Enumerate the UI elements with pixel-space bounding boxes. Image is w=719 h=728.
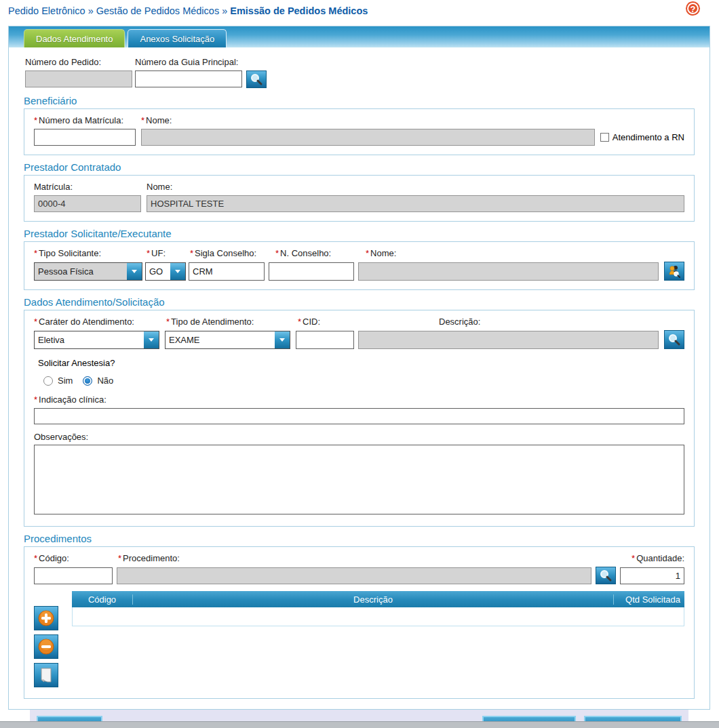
- pc-matricula-label: Matrícula:: [34, 182, 147, 192]
- col-qtd: Qtd Solicitada: [614, 594, 684, 605]
- quantidade-label: Quantidade:: [636, 553, 684, 563]
- chevron-down-icon: [127, 263, 142, 280]
- atendimento-rn-label: Atendimento a RN: [613, 132, 684, 142]
- section-title-prestador-contratado: Prestador Contratado: [24, 161, 695, 173]
- chevron-down-icon: [144, 331, 159, 348]
- add-procedimento-button[interactable]: [34, 606, 58, 630]
- guia-search-button[interactable]: [246, 70, 267, 88]
- pc-nome-input: [147, 195, 684, 212]
- chevron-down-icon: [275, 331, 290, 348]
- codigo-input[interactable]: [34, 567, 113, 584]
- prestador-contratado-fieldset: Matrícula: Nome:: [24, 175, 695, 222]
- beneficiario-nome-input: [141, 129, 595, 146]
- indicacao-clinica-input[interactable]: [34, 408, 684, 424]
- provider-search-button[interactable]: [664, 262, 684, 281]
- sigla-conselho-input[interactable]: [189, 262, 265, 281]
- table-row-empty[interactable]: [72, 607, 684, 626]
- chevron-down-icon: [170, 263, 185, 280]
- breadcrumb: Pedido Eletrônico » Gestão de Pedidos Mé…: [8, 5, 368, 16]
- blank-document-icon: [38, 667, 54, 683]
- tab-dados-atendimento[interactable]: Dados Atendimento: [24, 29, 125, 47]
- anestesia-nao-radio[interactable]: [83, 376, 92, 386]
- main-panel: Dados Atendimento Anexos Solicitação Núm…: [8, 26, 710, 710]
- procedimentos-fieldset: *Código: *Procedimento: *Quantidade:: [24, 546, 695, 699]
- procedimentos-table-header: Código Descrição Qtd Solicitada: [72, 591, 684, 607]
- descricao-input: [358, 331, 659, 349]
- anestesia-sim-radio[interactable]: [43, 376, 53, 386]
- codigo-label: Código:: [39, 553, 69, 563]
- sigla-conselho-label: Sigla Conselho:: [195, 248, 256, 258]
- pc-nome-label: Nome:: [147, 182, 172, 192]
- section-title-beneficiario: Beneficiário: [24, 95, 695, 106]
- people-search-icon: [667, 264, 681, 278]
- uf-label: UF:: [151, 248, 166, 258]
- numero-pedido-input: [25, 70, 132, 87]
- anestesia-nao-label: Não: [97, 376, 113, 386]
- search-icon: [599, 569, 613, 582]
- procedimentos-table: Código Descrição Qtd Solicitada: [72, 591, 684, 687]
- tab-bar: Dados Atendimento Anexos Solicitação: [9, 26, 710, 47]
- tipo-solicitante-select[interactable]: Pessoa Física: [34, 262, 142, 281]
- indicacao-label: Indicação clínica:: [39, 395, 106, 405]
- cid-search-button[interactable]: [664, 330, 684, 349]
- n-conselho-input[interactable]: [269, 262, 354, 281]
- uf-select[interactable]: GO: [145, 262, 186, 281]
- numero-pedido-label: Número do Pedido:: [25, 57, 101, 67]
- search-icon: [250, 73, 263, 86]
- procedimento-label: Procedimento:: [123, 553, 180, 563]
- beneficiario-fieldset: *Número da Matrícula: *Nome: Atendimento…: [24, 108, 695, 155]
- plus-circle-icon: [37, 609, 55, 627]
- observacoes-label: Observações:: [34, 432, 88, 442]
- n-conselho-label: N. Conselho:: [280, 248, 331, 258]
- section-title-prestador-solicitante: Prestador Solicitante/Executante: [24, 228, 695, 239]
- quantidade-input[interactable]: [620, 567, 684, 584]
- col-descricao: Descrição: [133, 594, 614, 605]
- col-codigo: Código: [72, 594, 133, 605]
- tipo-atendimento-select[interactable]: EXAME: [165, 331, 290, 349]
- cid-label: CID:: [303, 317, 320, 327]
- tab-anexos-solicitacao[interactable]: Anexos Solicitação: [128, 29, 227, 47]
- remove-procedimento-button[interactable]: [34, 634, 58, 659]
- page-title: Emissão de Pedidos Médicos: [230, 5, 368, 16]
- observacoes-textarea[interactable]: [34, 445, 684, 514]
- search-icon: [667, 333, 681, 346]
- minus-circle-icon: [37, 638, 55, 655]
- ps-nome-label: Nome:: [370, 248, 396, 258]
- section-title-dados-atendimento: Dados Atendimento/Solicitação: [24, 296, 695, 308]
- atendimento-rn-checkbox[interactable]: [600, 133, 609, 142]
- page-footer-divider: [0, 721, 719, 728]
- help-icon[interactable]: ?: [687, 3, 699, 14]
- numero-guia-label: Número da Guia Principal:: [135, 57, 238, 67]
- carater-atendimento-select[interactable]: Eletiva: [34, 331, 159, 349]
- anestesia-sim-label: Sim: [58, 376, 73, 386]
- matricula-input[interactable]: [34, 129, 136, 146]
- dados-atendimento-fieldset: *Caráter do Atendimento: *Tipo de Atendi…: [24, 310, 695, 527]
- matricula-label: Número da Matrícula:: [39, 115, 123, 125]
- anestesia-label: Solicitar Anestesia?: [38, 358, 684, 368]
- carater-label: Caráter do Atendimento:: [39, 317, 134, 327]
- ps-nome-input: [358, 262, 659, 281]
- breadcrumb-path[interactable]: Pedido Eletrônico » Gestão de Pedidos Mé…: [8, 5, 230, 16]
- procedimento-input: [117, 567, 591, 584]
- section-title-procedimentos: Procedimentos: [24, 533, 695, 544]
- descricao-label: Descrição:: [360, 317, 480, 327]
- procedimento-search-button[interactable]: [596, 567, 616, 584]
- tipo-atendimento-label: Tipo de Atendimento:: [171, 317, 254, 327]
- cid-input[interactable]: [296, 331, 354, 349]
- tipo-solicitante-label: Tipo Solicitante:: [39, 248, 101, 258]
- prestador-solicitante-fieldset: *Tipo Solicitante: *UF: *Sigla Conselho:…: [24, 241, 695, 290]
- clear-procedimentos-button[interactable]: [34, 663, 58, 687]
- nome-label: Nome:: [146, 115, 172, 125]
- pc-matricula-input: [34, 195, 141, 212]
- numero-guia-input[interactable]: [135, 70, 242, 87]
